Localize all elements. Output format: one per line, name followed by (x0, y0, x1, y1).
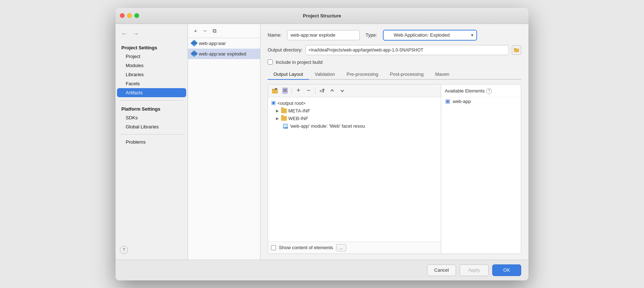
compress-button[interactable] (280, 86, 290, 95)
tab-validation[interactable]: Validation (309, 69, 341, 80)
output-root-icon (271, 100, 276, 106)
platform-settings-header: Platform Settings (116, 103, 188, 113)
sidebar-item-project[interactable]: Project (116, 52, 188, 61)
sidebar: ← → Project Settings Project Modules Lib… (116, 24, 188, 260)
sidebar-item-problems[interactable]: Problems (116, 137, 188, 147)
minimize-button[interactable] (127, 13, 132, 18)
down-arrow-icon (339, 88, 345, 94)
folder-icon (281, 108, 287, 113)
move-up-button[interactable] (327, 86, 337, 95)
artifacts-list-panel: + − ⧉ web-app:war web-app:war exploded (188, 24, 260, 260)
add-element-button[interactable]: + (294, 86, 303, 95)
tab-output-layout[interactable]: Output Layout (268, 69, 309, 80)
sidebar-item-sdks[interactable]: SDKs (116, 113, 188, 122)
artifact-icon (191, 50, 198, 57)
help-button[interactable]: ? (120, 246, 128, 254)
tab-post-processing[interactable]: Post-processing (384, 69, 429, 80)
name-label: Name: (268, 32, 281, 38)
name-input[interactable] (287, 30, 360, 40)
sidebar-item-global-libraries[interactable]: Global Libraries (116, 122, 188, 131)
output-dir-row: Output directory: (268, 45, 521, 55)
right-panel: Name: Type: Web Application: Exploded ▼ (260, 24, 528, 260)
type-select[interactable]: Web Application: Exploded (383, 30, 477, 41)
tabs-bar: Output Layout Validation Pre-processing … (268, 69, 521, 80)
available-elements-panel: Available Elements ? web-app (441, 85, 521, 254)
artifact-icon (191, 40, 198, 47)
sidebar-item-modules[interactable]: Modules (116, 61, 188, 70)
show-content-row: Show content of elements ... (268, 242, 441, 254)
output-dir-label: Output directory: (268, 47, 302, 53)
tree-item-meta-inf[interactable]: ▶ META-INF (268, 107, 441, 115)
tab-maven[interactable]: Maven (429, 69, 455, 80)
sidebar-divider-2 (120, 134, 183, 135)
sidebar-item-libraries[interactable]: Libraries (116, 70, 188, 79)
list-toolbar: + − ⧉ (188, 24, 260, 38)
tab-pre-processing[interactable]: Pre-processing (341, 69, 384, 80)
output-layout-panel: + − a z (268, 85, 441, 254)
footer: Cancel Apply OK (116, 260, 528, 280)
up-arrow-icon (329, 88, 335, 94)
traffic-lights (120, 13, 139, 18)
available-elements-help-icon[interactable]: ? (486, 88, 492, 94)
include-in-project-build-checkbox[interactable] (268, 59, 273, 65)
project-structure-dialog: Project Structure ← → Project Settings P… (116, 8, 528, 280)
forward-button[interactable]: → (131, 30, 140, 38)
remove-artifact-button[interactable]: − (200, 26, 210, 36)
main-content: ← → Project Settings Project Modules Lib… (116, 24, 528, 260)
browse-output-dir-button[interactable] (512, 45, 521, 55)
module-icon (445, 99, 451, 104)
titlebar: Project Structure (116, 8, 528, 24)
project-settings-header: Project Settings (116, 42, 188, 52)
svg-rect-24 (284, 128, 285, 128)
svg-rect-8 (272, 89, 275, 90)
compress-icon (282, 87, 288, 94)
sidebar-divider (120, 100, 183, 100)
name-type-row: Name: Type: Web Application: Exploded ▼ (268, 30, 521, 41)
artifacts-list: web-app:war web-app:war exploded (188, 38, 260, 260)
svg-rect-11 (283, 88, 288, 94)
tree-item-output-root[interactable]: <output root> (268, 99, 441, 107)
tree-item-web-facet-resource[interactable]: 'web-app' module: 'Web' facet resou (268, 122, 441, 130)
expand-icon[interactable]: ▶ (275, 116, 280, 120)
expand-icon[interactable]: ▶ (275, 109, 280, 113)
show-content-label: Show content of elements (279, 245, 333, 250)
available-elements-header: Available Elements ? (441, 87, 521, 97)
sort-button[interactable]: a z (317, 86, 327, 95)
create-directory-button[interactable] (270, 86, 280, 95)
sidebar-item-facets[interactable]: Facets (116, 79, 188, 88)
ellipsis-button[interactable]: ... (336, 244, 346, 251)
list-item[interactable]: web-app:war exploded (188, 49, 260, 59)
move-down-button[interactable] (338, 86, 347, 95)
maximize-button[interactable] (134, 13, 139, 18)
svg-rect-27 (447, 100, 449, 103)
remove-element-button[interactable]: − (304, 86, 313, 95)
available-item-web-app[interactable]: web-app (441, 97, 521, 106)
include-build-row: Include in project build (268, 59, 521, 65)
cancel-button[interactable]: Cancel (427, 264, 456, 276)
type-label: Type: (365, 32, 377, 38)
svg-rect-10 (275, 89, 277, 89)
apply-button[interactable]: Apply (460, 264, 489, 276)
list-item[interactable]: web-app:war (188, 38, 260, 49)
web-facet-icon (283, 123, 288, 129)
dialog-title: Project Structure (303, 13, 341, 18)
toolbar-separator (292, 87, 292, 94)
show-content-checkbox[interactable] (271, 245, 276, 250)
folder-icon (281, 116, 287, 121)
include-in-project-build-label[interactable]: Include in project build (276, 59, 322, 65)
folder-browse-icon (514, 48, 519, 53)
back-button[interactable]: ← (120, 30, 129, 38)
type-select-wrapper: Web Application: Exploded ▼ (383, 30, 477, 41)
toolbar-separator-2 (315, 87, 315, 94)
output-dir-input[interactable] (305, 45, 509, 55)
layout-toolbar: + − a z (268, 85, 441, 97)
tree-item-web-inf[interactable]: ▶ WEB-INF (268, 115, 441, 122)
create-dir-icon (272, 87, 278, 94)
ok-button[interactable]: OK (492, 264, 521, 276)
copy-artifact-button[interactable]: ⧉ (210, 26, 219, 36)
content-area: + − a z (268, 84, 521, 254)
close-button[interactable] (120, 13, 125, 18)
svg-rect-6 (514, 48, 516, 49)
add-artifact-button[interactable]: + (191, 26, 200, 36)
sidebar-item-artifacts[interactable]: Artifacts (117, 88, 186, 97)
